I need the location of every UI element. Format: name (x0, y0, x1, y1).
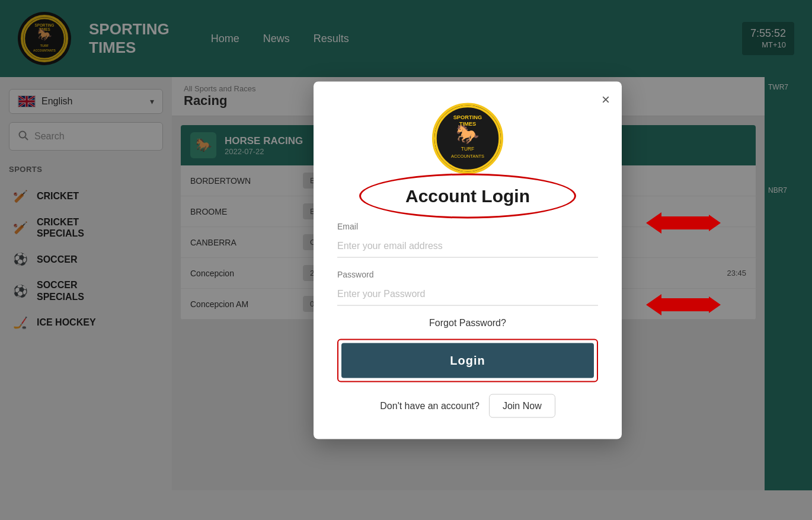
bottom-row: Don't have an account? Join Now (337, 394, 598, 417)
svg-text:ACCOUNTANTS: ACCOUNTANTS (451, 154, 484, 159)
svg-text:TURF: TURF (461, 146, 474, 152)
forgot-password-link[interactable]: Forgot Password? (337, 317, 598, 328)
password-field[interactable] (337, 282, 598, 305)
password-label: Password (337, 269, 598, 279)
email-field[interactable] (337, 234, 598, 257)
login-modal: × SPORTING TIMES TURF ACCOUNTANTS 🐎 Acco… (314, 81, 622, 439)
no-account-text: Don't have an account? (380, 400, 479, 411)
modal-logo: SPORTING TIMES TURF ACCOUNTANTS 🐎 (337, 103, 598, 174)
join-now-button[interactable]: Join Now (489, 394, 555, 417)
svg-text:🐎: 🐎 (456, 123, 479, 145)
arrow-email (646, 212, 721, 234)
modal-title: Account Login (337, 186, 598, 206)
close-icon[interactable]: × (602, 91, 610, 107)
login-button[interactable]: Login (341, 343, 594, 378)
arrow-password (646, 294, 721, 315)
svg-text:SPORTING: SPORTING (453, 114, 482, 120)
login-button-wrapper: Login (337, 339, 598, 382)
modal-logo-svg: SPORTING TIMES TURF ACCOUNTANTS 🐎 (434, 103, 501, 174)
email-label: Email (337, 221, 598, 231)
